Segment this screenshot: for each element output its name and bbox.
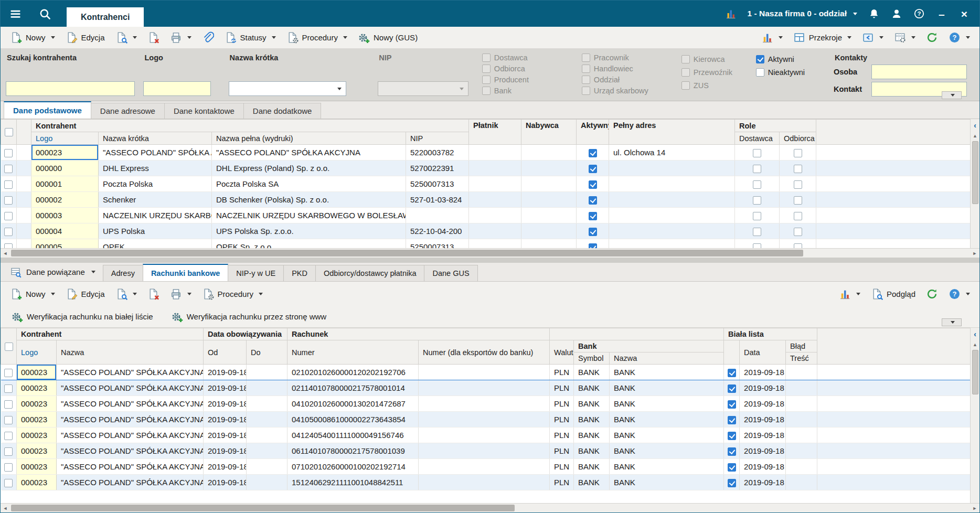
cell-pelny-adres[interactable]: [609, 176, 735, 192]
cell-platnik[interactable]: [469, 176, 521, 192]
row-select-checkbox[interactable]: [4, 463, 13, 472]
scroll-up-arrow[interactable]: ▲: [973, 340, 977, 349]
column-header-dostawca[interactable]: Dostawca: [735, 132, 780, 145]
weryfikacja-www-button[interactable]: Weryfikacja rachunku przez stronę www: [166, 308, 332, 326]
cell-bank-nazwa[interactable]: BANK: [610, 459, 724, 475]
cell-numer-eksport[interactable]: [419, 412, 550, 428]
vertical-scrollbar[interactable]: ‹ ▲: [970, 328, 979, 503]
cell-do[interactable]: [247, 443, 287, 459]
nowy-gus-button[interactable]: Nowy (GUS): [353, 29, 423, 47]
cell-platnik[interactable]: [469, 208, 521, 223]
row-select-checkbox[interactable]: [4, 384, 13, 393]
select-all-header[interactable]: [1, 120, 17, 145]
column-header-nazwa[interactable]: Nazwa: [57, 340, 204, 365]
delete-button[interactable]: [142, 285, 165, 303]
cell-nabywca[interactable]: [521, 223, 577, 239]
cell-logo[interactable]: 000005: [31, 239, 99, 249]
column-header-do[interactable]: Do: [247, 340, 287, 365]
szukaj-input[interactable]: [6, 81, 135, 96]
odbiorca-checkbox[interactable]: [794, 196, 802, 205]
cell-numer-eksport[interactable]: [419, 428, 550, 443]
cell-nip[interactable]: 522-10-04-200: [406, 223, 469, 239]
scroll-left-arrow[interactable]: ◄: [1, 504, 10, 512]
cell-do[interactable]: [247, 365, 287, 380]
column-header-numer[interactable]: Numer: [287, 340, 419, 365]
row-select-checkbox[interactable]: [4, 149, 13, 157]
cell-numer[interactable]: 04102010260000130201472687: [287, 396, 419, 412]
column-header-odbiorca[interactable]: Odbiorca: [780, 132, 816, 145]
aktywny-checkbox[interactable]: [589, 149, 597, 157]
column-header-blad[interactable]: Błąd: [786, 340, 817, 352]
global-search-button[interactable]: [30, 1, 59, 27]
bank-account-row[interactable]: 000023 "ASSECO POLAND" SPÓŁKA AKCYJNA 20…: [1, 459, 971, 475]
column-header-aktywny[interactable]: Aktywny: [577, 120, 609, 145]
main-tab[interactable]: Dane dodatkowe: [243, 103, 322, 119]
cell-nazwa[interactable]: "ASSECO POLAND" SPÓŁKA AKCYJNA: [57, 365, 204, 380]
select-all-checkbox[interactable]: [5, 343, 13, 351]
osoba-input[interactable]: [871, 65, 967, 79]
cell-blad[interactable]: [786, 396, 817, 412]
cell-bank-nazwa[interactable]: BANK: [610, 428, 724, 443]
column-header-nabywca[interactable]: Nabywca: [521, 120, 577, 145]
cell-pelny-adres[interactable]: [609, 239, 735, 249]
row-select-checkbox[interactable]: [4, 479, 13, 487]
dostawca-checkbox[interactable]: [753, 228, 761, 236]
cell-biala-lista-data[interactable]: 2019-09-18: [740, 443, 786, 459]
collapse-side-panel-button[interactable]: ‹: [974, 328, 976, 340]
cell-waluta[interactable]: PLN: [550, 475, 574, 490]
cell-nabywca[interactable]: [521, 208, 577, 223]
biala-lista-checkbox[interactable]: [728, 416, 736, 424]
column-header-bank-nazwa[interactable]: Nazwa: [610, 352, 724, 365]
cell-blad[interactable]: [786, 459, 817, 475]
dostawca-checkbox[interactable]: [753, 180, 761, 189]
delete-button[interactable]: [142, 29, 165, 47]
refresh-button[interactable]: [921, 285, 943, 303]
cell-nazwa-krotka[interactable]: DHL Express: [99, 161, 212, 176]
cell-pelny-adres[interactable]: [609, 161, 735, 176]
related-tab[interactable]: Adresy: [103, 265, 143, 281]
select-all-checkbox[interactable]: [5, 128, 13, 136]
cell-logo[interactable]: 000023: [17, 412, 57, 428]
cell-nip[interactable]: 5250007313: [406, 239, 469, 249]
cell-nazwa-krotka[interactable]: Poczta Polska: [99, 176, 212, 192]
contractor-row[interactable]: 000001 Poczta Polska Poczta Polska SA 52…: [1, 176, 971, 192]
user-icon[interactable]: [891, 8, 902, 19]
nowy-button[interactable]: Nowy: [5, 285, 60, 303]
cell-numer[interactable]: 02114010780000217578001014: [287, 380, 419, 396]
column-header-nip[interactable]: NIP: [406, 132, 469, 145]
cell-nazwa-krotka[interactable]: NACZELNIK URZĘDU SKARBOWEGO: [99, 208, 212, 223]
cell-numer[interactable]: 06114010780000217578001039: [287, 443, 419, 459]
cell-symbol[interactable]: BANK: [574, 428, 610, 443]
cell-numer-eksport[interactable]: [419, 459, 550, 475]
refresh-button[interactable]: [921, 29, 943, 47]
scroll-left-arrow[interactable]: ◄: [1, 249, 10, 258]
cell-nazwa[interactable]: "ASSECO POLAND" SPÓŁKA AKCYJNA: [57, 412, 204, 428]
row-select-checkbox[interactable]: [4, 400, 13, 409]
cell-waluta[interactable]: PLN: [550, 412, 574, 428]
cell-nazwa-pelna[interactable]: "ASSECO POLAND" SPÓŁKA AKCYJNA: [212, 145, 406, 161]
find-button[interactable]: [110, 285, 142, 303]
cell-numer[interactable]: 15124062921111001048842511: [287, 475, 419, 490]
print-button[interactable]: [165, 29, 197, 47]
main-tab[interactable]: Dane kontaktowe: [164, 103, 244, 119]
cell-biala-lista-data[interactable]: 2019-09-18: [740, 365, 786, 380]
procedury-button[interactable]: Procedury: [281, 29, 353, 47]
cell-logo[interactable]: 000002: [31, 192, 99, 208]
dostawca-checkbox[interactable]: [753, 165, 761, 173]
main-tab[interactable]: Dane podstawowe: [4, 101, 91, 119]
cell-symbol[interactable]: BANK: [574, 380, 610, 396]
dostawca-checkbox[interactable]: [753, 243, 761, 248]
chart-view-button[interactable]: [834, 285, 866, 303]
cell-do[interactable]: [247, 396, 287, 412]
cell-platnik[interactable]: [469, 192, 521, 208]
scrollbar-thumb[interactable]: [972, 350, 978, 394]
panel-collapse-button[interactable]: [942, 318, 962, 326]
cell-platnik[interactable]: [469, 223, 521, 239]
column-header-numer-eksport[interactable]: Numer (dla eksportów do banku): [419, 340, 550, 365]
cell-blad[interactable]: [786, 475, 817, 490]
biala-lista-checkbox[interactable]: [728, 479, 736, 487]
contractor-row[interactable]: 000004 UPS Polska UPS Polska Sp. z.o.o. …: [1, 223, 971, 239]
biala-lista-checkbox[interactable]: [728, 369, 736, 377]
cell-numer[interactable]: 02102010260000120202192706: [287, 365, 419, 380]
column-header-od[interactable]: Od: [204, 340, 247, 365]
